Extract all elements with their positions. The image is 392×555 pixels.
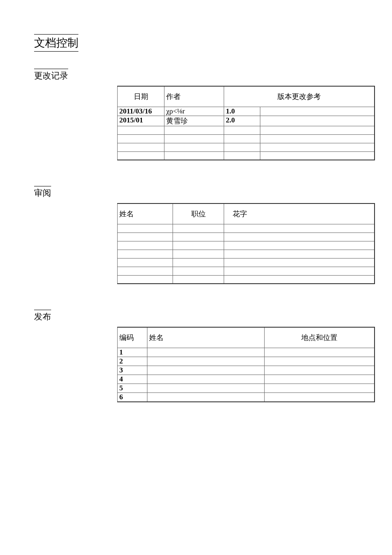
cell-pname (147, 384, 265, 392)
cell-position (173, 224, 224, 232)
cell-ref (260, 116, 375, 126)
table-row: 2011/03/16χρ<⅛r1.0 (118, 107, 375, 116)
cell-author (164, 126, 224, 134)
cell-name (118, 258, 173, 267)
col-pname: 姓名 (147, 327, 265, 348)
col-date: 日期 (118, 86, 164, 107)
cell-version (224, 126, 260, 134)
col-loc: 地点和位置 (265, 327, 375, 348)
cell-code: 3 (118, 366, 147, 375)
table-row (118, 267, 375, 275)
cell-position (173, 232, 224, 241)
table-row: 4 (118, 375, 375, 384)
change-log-section: 更改记录 日期 作者 版本更改参考 2011/03/16χρ<⅛r1.02015… (34, 69, 358, 160)
cell-ref (260, 107, 375, 116)
cell-version (224, 143, 260, 151)
table-row (118, 241, 375, 250)
cell-loc (265, 392, 375, 402)
cell-name (118, 250, 173, 258)
cell-loc (265, 375, 375, 384)
cell-name (118, 232, 173, 241)
table-row (118, 224, 375, 232)
cell-sig (224, 232, 375, 241)
review-title: 审阅 (34, 186, 51, 199)
review-section: 审阅 姓名 职位 花字 (34, 186, 358, 284)
cell-ref (260, 134, 375, 143)
cell-author (164, 143, 224, 151)
cell-date (118, 126, 164, 134)
cell-version: 1.0 (224, 107, 260, 116)
cell-sig (224, 275, 375, 284)
cell-ref (260, 151, 375, 160)
cell-loc (265, 384, 375, 392)
cell-loc (265, 366, 375, 375)
cell-version (224, 151, 260, 160)
cell-author: 黄雪珍 (164, 116, 224, 126)
cell-pname (147, 357, 265, 366)
col-position: 职位 (173, 203, 224, 224)
cell-position (173, 258, 224, 267)
cell-sig (224, 258, 375, 267)
cell-ref (260, 143, 375, 151)
page-title: 文档控制 (34, 34, 78, 52)
table-row (118, 151, 375, 160)
cell-code: 2 (118, 357, 147, 366)
cell-version: 2.0 (224, 116, 260, 126)
table-row: 5 (118, 384, 375, 392)
table-row (118, 250, 375, 258)
publish-table: 编码 姓名 地点和位置 123456 (117, 327, 375, 402)
cell-pname (147, 392, 265, 402)
table-row: 3 (118, 366, 375, 375)
change-log-title: 更改记录 (34, 69, 68, 81)
review-table: 姓名 职位 花字 (117, 203, 375, 284)
cell-pname (147, 348, 265, 357)
publish-section: 发布 编码 姓名 地点和位置 123456 (34, 310, 358, 402)
cell-name (118, 275, 173, 284)
table-row: 6 (118, 392, 375, 402)
cell-sig (224, 224, 375, 232)
col-version: 版本更改参考 (224, 86, 375, 107)
table-row (118, 143, 375, 151)
cell-date (118, 134, 164, 143)
cell-name (118, 241, 173, 250)
cell-code: 6 (118, 392, 147, 402)
cell-loc (265, 348, 375, 357)
table-row (118, 258, 375, 267)
table-row (118, 232, 375, 241)
cell-version (224, 134, 260, 143)
table-row (118, 126, 375, 134)
table-row: 1 (118, 348, 375, 357)
col-sig: 花字 (224, 203, 375, 224)
cell-author (164, 134, 224, 143)
cell-position (173, 267, 224, 275)
table-row (118, 275, 375, 284)
cell-position (173, 241, 224, 250)
cell-sig (224, 241, 375, 250)
cell-loc (265, 357, 375, 366)
cell-name (118, 224, 173, 232)
change-log-table: 日期 作者 版本更改参考 2011/03/16χρ<⅛r1.02015/01黄雪… (117, 86, 375, 160)
cell-name (118, 267, 173, 275)
cell-position (173, 275, 224, 284)
cell-pname (147, 366, 265, 375)
cell-author: χρ<⅛r (164, 107, 224, 116)
cell-sig (224, 250, 375, 258)
cell-pname (147, 375, 265, 384)
col-author: 作者 (164, 86, 224, 107)
cell-date (118, 151, 164, 160)
col-name: 姓名 (118, 203, 173, 224)
cell-ref (260, 126, 375, 134)
publish-title: 发布 (34, 310, 51, 323)
cell-date: 2015/01 (118, 116, 164, 126)
cell-author (164, 151, 224, 160)
cell-code: 5 (118, 384, 147, 392)
table-row (118, 134, 375, 143)
cell-date (118, 143, 164, 151)
cell-code: 1 (118, 348, 147, 357)
table-row: 2015/01黄雪珍2.0 (118, 116, 375, 126)
cell-position (173, 250, 224, 258)
cell-sig (224, 267, 375, 275)
cell-code: 4 (118, 375, 147, 384)
table-row: 2 (118, 357, 375, 366)
col-code: 编码 (118, 327, 147, 348)
